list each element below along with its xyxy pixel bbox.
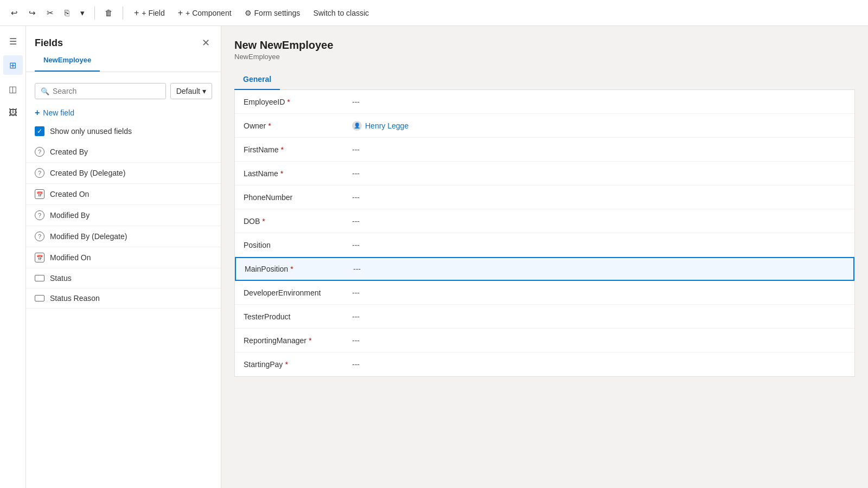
switch-classic-button[interactable]: Switch to classic (308, 5, 374, 21)
undo-button[interactable]: ↩ (7, 5, 22, 21)
field-list: ? Created By ? Created By (Delegate) 📅 C… (26, 142, 221, 488)
copy-dropdown-button[interactable]: ▾ (76, 5, 89, 21)
chevron-down-icon: ▾ (202, 87, 206, 95)
add-component-label: + Component (186, 9, 231, 17)
required-star-startingpay: * (285, 360, 288, 369)
required-star-mainposition: * (290, 265, 293, 273)
fields-panel-title: Fields (35, 37, 63, 49)
fields-close-button[interactable]: ✕ (200, 35, 212, 51)
field-icon-rect (35, 275, 44, 281)
field-label-modified-by-delegate: Modified By (Delegate) (50, 232, 127, 241)
form-row-developerenvironment[interactable]: DeveloperEnvironment --- (235, 281, 854, 305)
cut-button[interactable]: ✂ (42, 5, 58, 21)
add-field-button[interactable]: + + Field (129, 5, 170, 21)
field-item-created-by-delegate[interactable]: ? Created By (Delegate) (26, 163, 221, 184)
field-label-dob: DOB* (244, 217, 352, 226)
form-row-startingpay[interactable]: StartingPay* --- (235, 352, 854, 376)
field-label-employeeid: EmployeeID* (244, 98, 352, 106)
toggle-label: Show only unused fields (50, 127, 132, 136)
field-label-startingpay: StartingPay* (244, 360, 352, 369)
form-area: New NewEmployee NewEmployee General Empl… (221, 26, 868, 488)
required-star-lastname: * (280, 169, 283, 178)
components-icon-button[interactable]: ◫ (3, 79, 23, 99)
field-value-lastname: --- (352, 169, 360, 178)
form-title: New NewEmployee (234, 39, 855, 52)
field-icon-question-3: ? (35, 210, 44, 220)
copy-button[interactable]: ⎘ (60, 5, 74, 21)
default-dropdown-button[interactable]: Default ▾ (170, 83, 212, 99)
field-item-status-reason[interactable]: Status Reason (26, 288, 221, 309)
tab-general[interactable]: General (234, 69, 280, 90)
tree-icon: 🖼 (9, 108, 17, 118)
field-value-phonenumber: --- (352, 193, 360, 202)
field-value-developerenvironment: --- (352, 288, 360, 297)
form-row-employeeid[interactable]: EmployeeID* --- (235, 90, 854, 114)
menu-icon: ☰ (9, 36, 17, 47)
tree-view-icon-button[interactable]: 🖼 (3, 103, 23, 123)
field-value-position: --- (352, 241, 360, 249)
form-row-owner[interactable]: Owner* 👤 Henry Legge (235, 114, 854, 138)
field-value-reportingmanager: --- (352, 336, 360, 345)
icon-bar: ☰ ⊞ ◫ 🖼 (0, 26, 26, 488)
owner-name: Henry Legge (365, 121, 409, 130)
field-item-modified-by[interactable]: ? Modified By (26, 205, 221, 226)
form-row-firstname[interactable]: FirstName* --- (235, 138, 854, 162)
field-value-startingpay: --- (352, 360, 360, 369)
add-component-button[interactable]: + + Component (173, 5, 237, 21)
search-row: 🔍 Default ▾ (26, 78, 221, 105)
required-star-dob: * (262, 217, 265, 226)
field-label-reportingmanager: ReportingManager* (244, 336, 352, 345)
form-tabs: General (234, 69, 855, 90)
field-label-testerproduct: TesterProduct (244, 312, 352, 321)
new-field-row[interactable]: + New field (26, 105, 221, 121)
add-field-label: + Field (142, 9, 164, 17)
form-table: EmployeeID* --- Owner* 👤 Henry Legge Fir… (234, 90, 855, 377)
fields-panel: Fields ✕ NewEmployee 🔍 Default ▾ + New f… (26, 26, 221, 488)
field-label-developerenvironment: DeveloperEnvironment (244, 288, 352, 297)
field-item-status[interactable]: Status (26, 268, 221, 288)
fields-icon-button[interactable]: ⊞ (3, 55, 23, 75)
plus-icon: + (134, 8, 139, 18)
field-label-owner: Owner* (244, 121, 352, 130)
required-star-firstname: * (281, 145, 284, 154)
field-item-created-on[interactable]: 📅 Created On (26, 184, 221, 205)
new-field-label: New field (43, 108, 74, 117)
form-row-reportingmanager[interactable]: ReportingManager* --- (235, 329, 854, 352)
field-icon-question-4: ? (35, 232, 44, 241)
search-input[interactable] (53, 87, 160, 95)
fields-grid-icon: ⊞ (9, 60, 16, 70)
form-row-dob[interactable]: DOB* --- (235, 209, 854, 233)
field-icon-calendar-2: 📅 (35, 253, 44, 262)
delete-button[interactable]: 🗑 (100, 5, 117, 21)
owner-avatar: 👤 (352, 121, 362, 131)
form-row-position[interactable]: Position --- (235, 233, 854, 257)
search-box[interactable]: 🔍 (35, 83, 166, 99)
field-label-phonenumber: PhoneNumber (244, 193, 352, 202)
unused-fields-checkbox[interactable] (35, 126, 44, 136)
field-label-status: Status (50, 274, 72, 282)
field-icon-question: ? (35, 147, 44, 157)
field-label-mainposition: MainPosition* (245, 265, 353, 273)
toolbar-divider-1 (94, 7, 95, 20)
form-row-testerproduct[interactable]: TesterProduct --- (235, 305, 854, 329)
toolbar-divider-2 (123, 7, 123, 20)
form-settings-button[interactable]: ⚙ Form settings (239, 5, 306, 21)
redo-button[interactable]: ↪ (24, 5, 40, 21)
form-row-lastname[interactable]: LastName* --- (235, 162, 854, 185)
components-icon: ◫ (9, 84, 17, 94)
required-star-reportingmanager: * (309, 336, 311, 345)
menu-icon-button[interactable]: ☰ (3, 31, 23, 51)
field-item-modified-on[interactable]: 📅 Modified On (26, 247, 221, 268)
toggle-row[interactable]: Show only unused fields (26, 121, 221, 142)
field-item-modified-by-delegate[interactable]: ? Modified By (Delegate) (26, 226, 221, 247)
field-value-firstname: --- (352, 145, 360, 154)
form-settings-icon: ⚙ (245, 9, 252, 17)
field-item-created-by[interactable]: ? Created By (26, 142, 221, 163)
field-icon-calendar: 📅 (35, 189, 44, 199)
toolbar: ↩ ↪ ✂ ⎘ ▾ 🗑 + + Field + + Component ⚙ Fo… (0, 0, 868, 26)
dropdown-label: Default (176, 87, 200, 95)
form-row-phonenumber[interactable]: PhoneNumber --- (235, 185, 854, 209)
form-settings-label: Form settings (254, 9, 301, 17)
form-row-mainposition[interactable]: MainPosition* --- (235, 257, 854, 281)
fields-subtitle-wrap: NewEmployee (26, 55, 221, 72)
